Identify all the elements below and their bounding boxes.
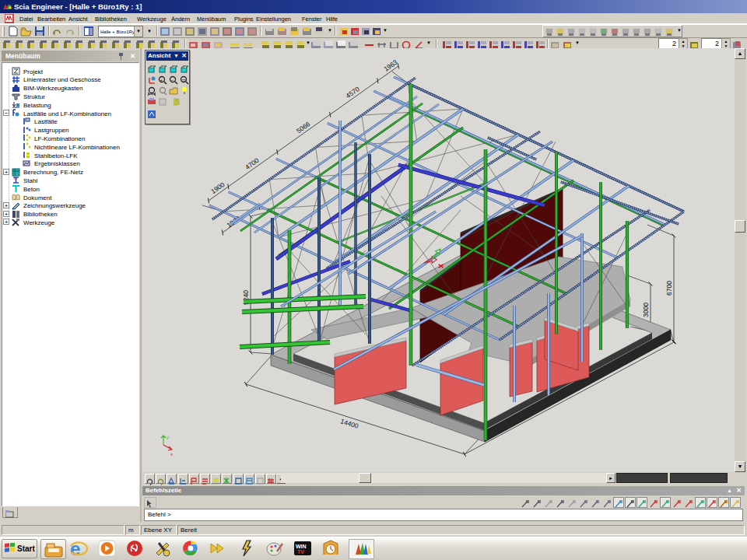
svg-text:4700: 4700	[244, 156, 260, 171]
svg-text:1963: 1963	[382, 58, 398, 73]
svg-text:B: B	[174, 97, 180, 107]
svg-text:+: +	[160, 78, 163, 82]
svg-text:y: y	[167, 435, 169, 439]
svg-text:5066: 5066	[295, 120, 311, 135]
svg-text:WIN: WIN	[296, 544, 307, 549]
svg-text:6700: 6700	[665, 281, 673, 296]
svg-text:3000: 3000	[642, 303, 650, 317]
svg-text:▭: ▭	[182, 78, 187, 82]
svg-text:14400: 14400	[339, 417, 359, 430]
svg-text:−: −	[171, 78, 174, 82]
svg-text:4570: 4570	[345, 85, 361, 100]
svg-text:TV: TV	[297, 549, 304, 555]
svg-text:1900: 1900	[209, 180, 226, 195]
svg-text:x: x	[170, 452, 173, 457]
